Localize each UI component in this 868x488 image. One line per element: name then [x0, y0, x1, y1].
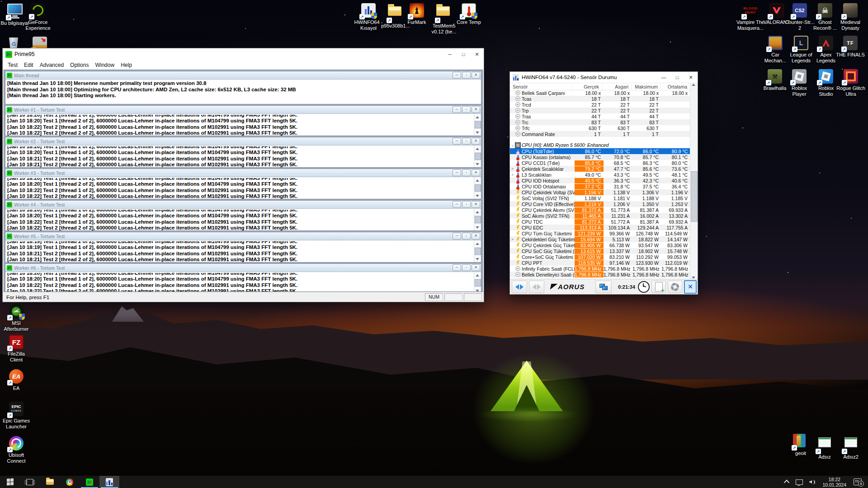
column-current[interactable]: Gerçek	[573, 84, 602, 89]
scrollbar-thumb[interactable]	[475, 121, 481, 128]
close-button[interactable]: ✕	[472, 138, 480, 145]
scrollbar-thumb[interactable]	[475, 248, 481, 255]
sensor-row[interactable]: CPU TDC81.372 A51.772 A81.387 A69.932 A	[510, 219, 690, 225]
settings-button[interactable]	[668, 281, 682, 293]
worker-6-window-titlebar[interactable]: 24Worker #6 - Torture Test─▫✕	[5, 264, 481, 272]
sensor-row[interactable]: Trc83 T83 T83 T	[510, 119, 690, 125]
restore-button[interactable]: ▫	[462, 106, 471, 113]
menu-item-help[interactable]: Help	[118, 61, 135, 69]
scroll-down-icon[interactable]	[474, 129, 481, 136]
start-button[interactable]	[0, 476, 20, 488]
sensor-row[interactable]: Trcd22 T22 T22 T	[510, 102, 690, 108]
worker-1-window-titlebar[interactable]: 24Worker #1 - Torture Test─▫✕	[5, 106, 481, 114]
scroll-down-icon[interactable]	[474, 161, 481, 167]
desktop-icon-ubisoft[interactable]: ↗Ubisoft Connect	[0, 436, 33, 464]
prime95-taskbar-button[interactable]: 24	[80, 476, 99, 488]
file-explorer-button[interactable]	[40, 476, 60, 488]
desktop-icon-rogue-glitch[interactable]: ↗Rogue Glitch Ultra	[834, 69, 868, 97]
minimize-button[interactable]: ─	[453, 138, 461, 145]
sensor-row[interactable]: Trp22 T22 T22 T	[510, 108, 690, 113]
sensor-row[interactable]: CPU IOD Ortalaması37.2 °C31.8 °C37.5 °C3…	[510, 183, 690, 189]
scroll-down-icon[interactable]	[474, 287, 481, 292]
task-view-button[interactable]	[20, 476, 40, 488]
sensor-row[interactable]: CPU CCD1 (Tdie)85.8 °C68.5 °C86.3 °C80.0…	[510, 160, 690, 166]
worker-scrollbar[interactable]	[474, 272, 481, 292]
maximize-button[interactable]: □	[457, 48, 470, 60]
scrollbar-thumb[interactable]	[475, 184, 481, 192]
sensor-row[interactable]: Bellek Denetleyici Saati (UCLK)1,796.8 M…	[510, 272, 690, 277]
restore-button[interactable]: ▫	[462, 169, 471, 176]
taskbar-clock[interactable]: 18:22 10.01.2024	[818, 476, 850, 488]
worker-5-window-titlebar[interactable]: 24Worker #5 - Torture Test─▫✕	[5, 232, 481, 240]
sensor-row[interactable]: Tras44 T44 T44 T	[510, 113, 690, 119]
menu-item-advanced[interactable]: Advanced	[37, 61, 67, 69]
minimize-button[interactable]: ─	[453, 106, 461, 113]
scroll-up-icon[interactable]	[474, 145, 481, 152]
sensor-row[interactable]: CPU Tüm Güç Tüketimi121.239 W99.366 W126…	[510, 230, 690, 236]
column-sensor[interactable]: Sensör	[510, 84, 573, 89]
main-thread-window-titlebar[interactable]: 24Main thread─▫✕	[5, 71, 481, 80]
close-button[interactable]: ✕	[472, 233, 480, 239]
worker-scrollbar[interactable]	[474, 209, 481, 230]
desktop-icon-epic-games[interactable]: EPICGAMES↗Epic Games Launcher	[0, 401, 33, 430]
scrollbar-thumb[interactable]	[475, 279, 481, 286]
sensor-row[interactable]: Infinity Fabric Saati (FCLK)1,796.8 MHz1…	[510, 266, 690, 272]
minimize-button[interactable]: ─	[453, 72, 461, 79]
menu-item-options[interactable]: Options	[67, 61, 92, 69]
worker-4-window-titlebar[interactable]: 24Worker #4 - Torture Test─▫✕	[5, 201, 481, 209]
share-sensors-button[interactable]	[595, 281, 612, 293]
close-button[interactable]: ✕	[472, 169, 480, 176]
worker-2-window-titlebar[interactable]: 24Worker #2 - Torture Test─▫✕	[5, 137, 481, 145]
sensor-row[interactable]: CPU Çekirdek Voltajı (SVI2 TFN)1.156 V1.…	[510, 189, 690, 195]
close-button[interactable]: ✕	[472, 201, 480, 208]
scroll-down-icon[interactable]	[474, 256, 481, 262]
chrome-button[interactable]	[60, 476, 80, 488]
desktop-icon-msi[interactable]: ↗MSI Afterburner	[0, 304, 33, 332]
scrollbar-thumb[interactable]	[475, 216, 481, 223]
desktop-icon-core-temp[interactable]: ↗Core Temp	[452, 3, 486, 25]
sensor-row[interactable]: CPU EDC113.313 A109.134 A129.244 A117.75…	[510, 225, 690, 230]
column-average[interactable]: Ortalama	[661, 84, 690, 89]
sensor-scrollbar[interactable]	[690, 83, 698, 279]
restore-button[interactable]: ▫	[462, 138, 471, 145]
desktop-icon-ads-z2[interactable]: ↗Adsız2	[834, 433, 868, 460]
network-tray-button[interactable]	[793, 476, 806, 488]
sensor-row[interactable]: CPU (Tctl/Tdie)86.0 °C72.0 °C86.0 °C80.9…	[510, 148, 690, 154]
close-button[interactable]: ✕	[472, 72, 480, 79]
scroll-up-icon[interactable]	[474, 209, 481, 215]
sensor-row[interactable]: >L3 Sıcaklıkları49.0 °C43.3 °C49.5 °C48.…	[510, 172, 690, 178]
sensor-row[interactable]: CPU Çekirdek Güç Tüketimi (SVI2 ...93.40…	[510, 242, 690, 248]
scroll-up-icon[interactable]	[474, 240, 481, 247]
navigate-arrows-disabled-button[interactable]	[529, 281, 544, 293]
clock-icon[interactable]	[638, 281, 650, 293]
desktop-icon-medieval[interactable]: ↗Medieval Dynasty	[833, 3, 868, 31]
sensor-row[interactable]: Tcas18 T18 T18 T	[510, 96, 690, 102]
scrollbar-thumb[interactable]	[691, 171, 698, 222]
sensor-row[interactable]: CPU PPT118.535 W97.146 W123.930 W112.019…	[510, 260, 690, 266]
minimize-button[interactable]: ─	[443, 48, 457, 60]
sensor-row[interactable]: CPU Kasası (ortalama)85.7 °C70.8 °C85.7 …	[510, 154, 690, 160]
navigate-arrows-button[interactable]	[512, 281, 527, 293]
sensor-row[interactable]: CPU IOD Hotspot40.5 °C36.3 °C42.3 °C40.6…	[510, 178, 690, 183]
hwinfo-titlebar[interactable]: HWiNFO64 v7.64-5240 - Sensör Durumu — □ …	[510, 72, 698, 83]
maximize-button[interactable]: □	[670, 72, 684, 83]
minimize-button[interactable]: ─	[453, 201, 461, 208]
sensor-row[interactable]: Command Rate1 T1 T1 T	[510, 131, 690, 137]
sensor-row[interactable]: CPU SoC Güç Tüketimi (SVI2 TFN)13.615 W1…	[510, 248, 690, 254]
sensor-row[interactable]: >Çekirdek Sıcaklıklar79.2 °C47.7 °C85.6 …	[510, 166, 690, 172]
restore-button[interactable]: ▫	[462, 201, 471, 208]
prime95-titlebar[interactable]: 24 Prime95 ─ □ ✕	[3, 48, 484, 60]
sensor-row[interactable]: Bellek Saati Çarpanı18.00 x18.00 x18.00 …	[510, 90, 690, 96]
minimize-button[interactable]: —	[657, 72, 670, 83]
scroll-down-icon[interactable]	[474, 224, 481, 230]
scroll-up-icon[interactable]	[474, 177, 481, 183]
restore-button[interactable]: ▫	[462, 72, 471, 79]
worker-scrollbar[interactable]	[474, 145, 481, 167]
desktop-icon-filezilla[interactable]: FZ↗FileZilla Client	[0, 334, 33, 363]
collapse-icon[interactable]: ⌄	[510, 143, 515, 147]
sensor-column-headers[interactable]: Sensör Gerçek Asgari Maksimum Ortalama	[510, 83, 698, 90]
scroll-up-icon[interactable]	[474, 114, 481, 120]
volume-tray-button[interactable]	[806, 476, 818, 488]
scroll-down-icon[interactable]	[474, 192, 481, 199]
menu-item-test[interactable]: Test	[5, 61, 21, 69]
